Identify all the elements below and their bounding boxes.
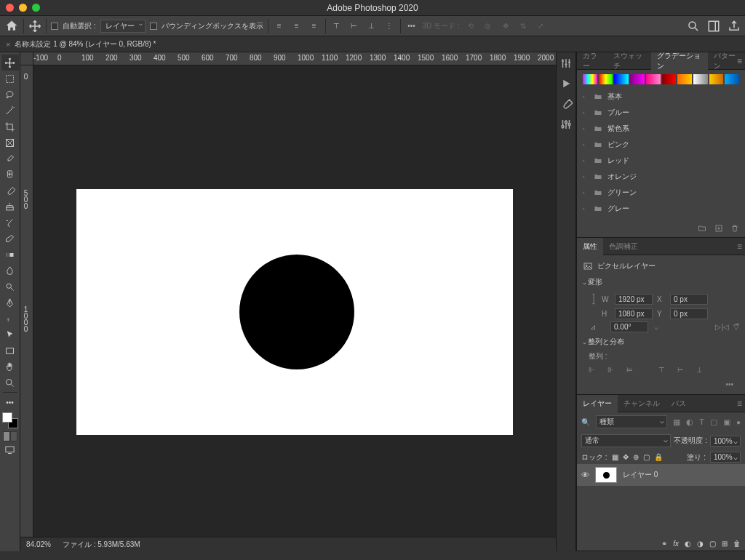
lasso-tool[interactable]: [1, 87, 19, 103]
lock-pixels-icon[interactable]: ▦: [612, 453, 618, 461]
gradient-folder[interactable]: ›紫色系: [583, 121, 739, 137]
layer-effects-icon[interactable]: fx: [673, 540, 679, 548]
align-top-icon[interactable]: ⊤: [658, 366, 670, 376]
more-icon[interactable]: •••: [583, 380, 739, 388]
filter-shape-icon[interactable]: ▢: [710, 417, 717, 427]
share-icon[interactable]: [728, 20, 741, 33]
y-input[interactable]: 0 px: [670, 308, 708, 319]
align-middle-icon[interactable]: ⊢: [677, 366, 689, 376]
pen-tool[interactable]: [1, 295, 19, 311]
document-canvas[interactable]: [76, 189, 513, 435]
color-tab[interactable]: カラー: [577, 52, 607, 70]
layer-name[interactable]: レイヤー 0: [623, 470, 658, 480]
history-brush-tool[interactable]: [1, 215, 19, 231]
filter-adjustment-icon[interactable]: ◐: [686, 417, 693, 427]
link-layers-icon[interactable]: ⚭: [661, 540, 667, 548]
lock-nesting-icon[interactable]: ▢: [643, 453, 650, 461]
lock-position-icon[interactable]: ✥: [623, 453, 629, 461]
adjustment-layer-icon[interactable]: ◑: [697, 540, 704, 548]
workspace-icon[interactable]: [707, 20, 720, 33]
marquee-tool[interactable]: [1, 71, 19, 87]
file-info[interactable]: ファイル : 5.93M/5.63M: [63, 540, 140, 550]
gradient-folder[interactable]: ›グリーン: [583, 185, 739, 201]
gradient-tool[interactable]: [1, 247, 19, 263]
swatches-tab[interactable]: スウォッチ: [607, 52, 651, 70]
hand-tool[interactable]: [1, 359, 19, 375]
canvas-viewport[interactable]: [33, 65, 556, 537]
fill-input[interactable]: 100%: [710, 452, 741, 463]
visibility-toggle-icon[interactable]: 👁: [581, 471, 589, 479]
move-tool[interactable]: [1, 55, 19, 71]
layer-thumbnail[interactable]: [595, 467, 617, 483]
minimize-window-button[interactable]: [19, 4, 27, 12]
auto-select-checkbox[interactable]: [51, 23, 58, 30]
vertical-ruler[interactable]: 05001000: [20, 65, 33, 537]
align-bottom-icon[interactable]: ⊥: [365, 20, 378, 33]
width-input[interactable]: 1920 px: [615, 294, 653, 305]
distribute-icon[interactable]: ⋮: [383, 20, 396, 33]
delete-layer-icon[interactable]: 🗑: [733, 540, 741, 548]
home-icon[interactable]: [4, 19, 19, 33]
actions-panel-icon[interactable]: [559, 77, 573, 90]
gradient-preset-strip[interactable]: [583, 74, 739, 84]
transform-section[interactable]: 変形: [583, 277, 739, 287]
delete-icon[interactable]: [730, 224, 739, 234]
horizontal-ruler[interactable]: -100010020030040050060070080090010001100…: [20, 52, 556, 65]
align-left-icon[interactable]: ≡: [273, 20, 286, 33]
align-top-icon[interactable]: ⊤: [330, 20, 343, 33]
panel-menu-icon[interactable]: ≡: [737, 56, 742, 66]
align-section[interactable]: 整列と分布: [583, 337, 739, 347]
clone-stamp-tool[interactable]: [1, 199, 19, 215]
gradient-folder[interactable]: ›ピンク: [583, 137, 739, 153]
crop-tool[interactable]: [1, 119, 19, 135]
gradient-folder[interactable]: ›レッド: [583, 153, 739, 169]
new-layer-icon[interactable]: ⊞: [722, 540, 728, 548]
angle-input[interactable]: 0.00°: [610, 321, 648, 332]
panel-menu-icon[interactable]: ≡: [737, 399, 742, 409]
lock-artboard-icon[interactable]: ⊕: [633, 453, 639, 461]
layer-row[interactable]: 👁 レイヤー 0: [577, 464, 745, 486]
blur-tool[interactable]: [1, 263, 19, 279]
align-center-v-icon[interactable]: ⊢: [348, 20, 361, 33]
gradient-folder[interactable]: ›グレー: [583, 201, 739, 217]
new-group-icon[interactable]: ▢: [709, 540, 716, 548]
zoom-level[interactable]: 84.02%: [26, 540, 51, 548]
eyedropper-tool[interactable]: [1, 151, 19, 167]
align-left-icon[interactable]: ⊩: [589, 366, 600, 376]
opacity-input[interactable]: 100%: [710, 436, 741, 447]
layer-filter-dropdown[interactable]: 種類: [596, 415, 667, 428]
layers-tab[interactable]: レイヤー: [577, 395, 618, 412]
paths-tab[interactable]: パス: [666, 395, 692, 412]
filter-pixel-icon[interactable]: ▦: [673, 417, 680, 427]
align-center-h-icon[interactable]: ≡: [290, 20, 303, 33]
screen-mode-icon[interactable]: [1, 441, 19, 457]
flip-h-icon[interactable]: ▷|◁: [715, 323, 729, 331]
brush-settings-panel-icon[interactable]: [559, 118, 573, 131]
rectangle-tool[interactable]: [1, 343, 19, 359]
foreground-color[interactable]: [2, 412, 12, 423]
maximize-window-button[interactable]: [32, 4, 40, 12]
channels-tab[interactable]: チャンネル: [618, 395, 666, 412]
healing-brush-tool[interactable]: [1, 167, 19, 183]
frame-tool[interactable]: [1, 135, 19, 151]
panel-menu-icon[interactable]: ≡: [737, 241, 742, 252]
more-options-icon[interactable]: •••: [405, 20, 418, 33]
blend-mode-dropdown[interactable]: 通常: [581, 434, 671, 447]
document-tab[interactable]: × 名称未設定 1 @ 84% (レイヤー 0, RGB/8) *: [6, 39, 156, 49]
color-correction-tab[interactable]: 色調補正: [603, 238, 644, 255]
search-icon[interactable]: [687, 20, 700, 33]
layer-mask-icon[interactable]: ◐: [685, 540, 691, 548]
filter-toggle-icon[interactable]: ●: [736, 418, 741, 426]
angle-dropdown-icon[interactable]: ⌵: [654, 323, 658, 331]
flip-v-icon[interactable]: ▽̅: [733, 323, 739, 331]
quick-mask-toggle[interactable]: [3, 431, 17, 441]
align-center-h-icon[interactable]: ⊪: [607, 366, 619, 376]
filter-type-icon[interactable]: T: [699, 417, 704, 426]
zoom-tool[interactable]: [1, 375, 19, 391]
eraser-tool[interactable]: [1, 231, 19, 247]
new-folder-icon[interactable]: [697, 224, 707, 234]
transform-controls-checkbox[interactable]: [150, 23, 157, 30]
filter-smart-icon[interactable]: ▣: [723, 417, 730, 427]
dodge-tool[interactable]: [1, 279, 19, 295]
height-input[interactable]: 1080 px: [615, 308, 653, 319]
